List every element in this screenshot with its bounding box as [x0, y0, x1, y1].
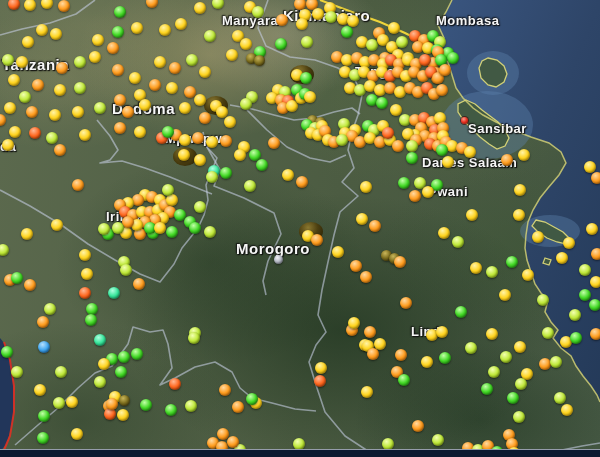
- placemark-dot[interactable]: [360, 181, 372, 193]
- placemark-dot[interactable]: [481, 383, 493, 395]
- placemark-dot[interactable]: [58, 0, 70, 12]
- placemark-dot[interactable]: [232, 401, 244, 413]
- placemark-dot[interactable]: [563, 237, 575, 249]
- placemark-dot[interactable]: [276, 14, 288, 26]
- placemark-dot[interactable]: [537, 294, 549, 306]
- city-dot-sansibar[interactable]: [461, 117, 468, 124]
- placemark-dot[interactable]: [159, 24, 171, 36]
- placemark-dot[interactable]: [584, 161, 596, 173]
- placemark-dot[interactable]: [8, 74, 20, 86]
- placemark-dot[interactable]: [112, 222, 124, 234]
- placemark-dot[interactable]: [364, 326, 376, 338]
- placemark-dot[interactable]: [486, 266, 498, 278]
- placemark-dot[interactable]: [409, 190, 421, 202]
- placemark-dot[interactable]: [532, 231, 544, 243]
- placemark-dot[interactable]: [569, 309, 581, 321]
- placemark-dot[interactable]: [74, 82, 86, 94]
- placemark-dot[interactable]: [226, 49, 238, 61]
- placemark-dot[interactable]: [85, 314, 97, 326]
- placemark-dot[interactable]: [133, 278, 145, 290]
- placemark-dot[interactable]: [79, 287, 91, 299]
- placemark-dot[interactable]: [398, 374, 410, 386]
- placemark-dot[interactable]: [74, 56, 86, 68]
- placemark-dot[interactable]: [194, 154, 206, 166]
- placemark-dot[interactable]: [518, 149, 530, 161]
- placemark-dot[interactable]: [395, 349, 407, 361]
- placemark-dot[interactable]: [590, 328, 600, 340]
- placemark-dot[interactable]: [185, 400, 197, 412]
- placemark-dot[interactable]: [348, 317, 360, 329]
- placemark-dot[interactable]: [106, 398, 118, 410]
- placemark-dot[interactable]: [514, 184, 526, 196]
- placemark-dot[interactable]: [53, 397, 65, 409]
- placemark-dot[interactable]: [432, 434, 444, 446]
- placemark-dot[interactable]: [311, 234, 323, 246]
- placemark-dot[interactable]: [154, 56, 166, 68]
- placemark-dot[interactable]: [149, 79, 161, 91]
- placemark-dot[interactable]: [194, 2, 206, 14]
- placemark-dot[interactable]: [579, 289, 591, 301]
- placemark-dot[interactable]: [356, 213, 368, 225]
- placemark-dot[interactable]: [436, 84, 448, 96]
- placemark-dot[interactable]: [506, 256, 518, 268]
- placemark-dot[interactable]: [129, 72, 141, 84]
- placemark-dot[interactable]: [240, 38, 252, 50]
- placemark-dot[interactable]: [556, 252, 568, 264]
- placemark-dot[interactable]: [186, 54, 198, 66]
- placemark-dot[interactable]: [19, 91, 31, 103]
- placemark-dot[interactable]: [11, 366, 23, 378]
- placemark-dot[interactable]: [390, 104, 402, 116]
- placemark-dot[interactable]: [439, 64, 451, 76]
- placemark-dot[interactable]: [9, 126, 21, 138]
- placemark-dot[interactable]: [41, 0, 53, 9]
- placemark-dot[interactable]: [388, 22, 400, 34]
- placemark-dot[interactable]: [119, 395, 130, 406]
- placemark-dot[interactable]: [507, 392, 519, 404]
- placemark-dot[interactable]: [175, 18, 187, 30]
- placemark-dot[interactable]: [114, 6, 126, 18]
- placemark-dot[interactable]: [361, 386, 373, 398]
- placemark-dot[interactable]: [2, 139, 14, 151]
- placemark-dot[interactable]: [34, 384, 46, 396]
- placemark-dot[interactable]: [586, 223, 598, 235]
- placemark-dot[interactable]: [56, 62, 68, 74]
- placemark-dot[interactable]: [162, 184, 174, 196]
- placemark-dot[interactable]: [38, 410, 50, 422]
- placemark-dot[interactable]: [254, 55, 265, 66]
- placemark-dot[interactable]: [436, 144, 448, 156]
- placemark-dot[interactable]: [89, 51, 101, 63]
- placemark-dot[interactable]: [360, 271, 372, 283]
- placemark-dot[interactable]: [466, 209, 478, 221]
- placemark-dot[interactable]: [465, 342, 477, 354]
- placemark-dot[interactable]: [4, 102, 16, 114]
- placemark-dot[interactable]: [8, 0, 20, 10]
- placemark-dot[interactable]: [447, 52, 459, 64]
- placemark-dot[interactable]: [220, 167, 232, 179]
- placemark-dot[interactable]: [392, 140, 404, 152]
- placemark-dot[interactable]: [376, 97, 388, 109]
- placemark-dot[interactable]: [315, 362, 327, 374]
- placemark-dot[interactable]: [72, 179, 84, 191]
- placemark-dot[interactable]: [336, 134, 348, 146]
- placemark-dot[interactable]: [591, 248, 600, 260]
- placemark-dot[interactable]: [256, 159, 268, 171]
- placemark-dot[interactable]: [419, 54, 431, 66]
- placemark-dot[interactable]: [347, 15, 359, 27]
- placemark-dot[interactable]: [94, 334, 106, 346]
- placemark-dot[interactable]: [382, 127, 394, 139]
- placemark-dot[interactable]: [282, 169, 294, 181]
- placemark-dot[interactable]: [268, 137, 280, 149]
- placemark-dot[interactable]: [120, 264, 132, 276]
- placemark-dot[interactable]: [515, 378, 527, 390]
- placemark-dot[interactable]: [188, 332, 200, 344]
- placemark-dot[interactable]: [240, 98, 252, 110]
- placemark-dot[interactable]: [452, 236, 464, 248]
- placemark-dot[interactable]: [54, 144, 66, 156]
- placemark-dot[interactable]: [396, 36, 408, 48]
- placemark-dot[interactable]: [0, 114, 6, 126]
- placemark-dot[interactable]: [37, 432, 49, 444]
- placemark-dot[interactable]: [500, 351, 512, 363]
- placemark-dot[interactable]: [194, 201, 206, 213]
- placemark-dot[interactable]: [542, 327, 554, 339]
- placemark-dot[interactable]: [341, 26, 353, 38]
